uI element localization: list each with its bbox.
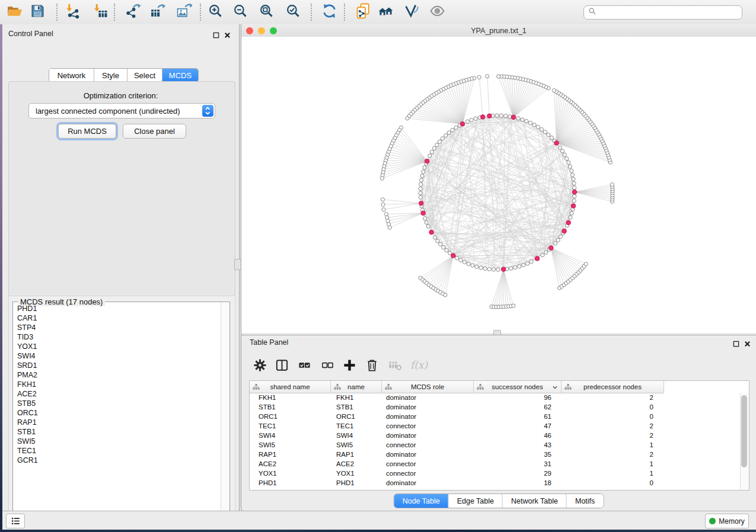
mcds-result-item[interactable]: CAR1: [14, 313, 220, 323]
table-cell[interactable]: 46: [472, 431, 559, 440]
table-cell[interactable]: TEC1: [330, 421, 381, 431]
panel-menu-button[interactable]: [6, 514, 25, 528]
float-table-panel-icon[interactable]: [733, 339, 739, 350]
mcds-result-item[interactable]: STP4: [14, 323, 220, 332]
open-button[interactable]: [4, 2, 25, 22]
run-mcds-button[interactable]: Run MCDS: [58, 124, 116, 139]
table-cell[interactable]: dominator: [381, 450, 472, 459]
memory-button[interactable]: Memory: [705, 514, 749, 528]
zoom-out-button[interactable]: [229, 2, 251, 22]
close-panel-icon[interactable]: [224, 30, 231, 41]
table-cell[interactable]: SWI5: [250, 440, 330, 450]
table-cell[interactable]: SWI4: [250, 431, 330, 440]
table-cell[interactable]: 2: [559, 393, 661, 402]
mcds-result-item[interactable]: TEC1: [14, 446, 220, 456]
table-cell[interactable]: connector: [381, 421, 472, 431]
table-cell[interactable]: connector: [381, 459, 472, 469]
zoom-selected-button[interactable]: [282, 2, 304, 22]
table-cell[interactable]: dominator: [381, 412, 472, 421]
table-cell[interactable]: 1: [559, 459, 661, 469]
table-cell[interactable]: 1: [559, 469, 661, 478]
table-cell[interactable]: STB1: [330, 402, 381, 412]
table-cell[interactable]: connector: [381, 440, 472, 450]
hide-selected-button[interactable]: [401, 2, 422, 22]
table-cell[interactable]: PHD1: [330, 478, 381, 488]
table-cell[interactable]: 0: [559, 412, 661, 421]
table-cell[interactable]: 0: [559, 478, 661, 488]
table-cell[interactable]: FKH1: [330, 393, 381, 402]
table-cell[interactable]: 31: [472, 459, 559, 469]
float-panel-icon[interactable]: [213, 30, 219, 41]
tab-network-table[interactable]: Network Table: [503, 494, 567, 508]
apply-preferred-layout-button[interactable]: [318, 2, 340, 22]
mcds-result-item[interactable]: YOX1: [14, 342, 220, 351]
table-cell[interactable]: ACE2: [330, 459, 381, 469]
zoom-in-button[interactable]: [205, 2, 226, 22]
table-cell[interactable]: 96: [472, 393, 559, 402]
network-graph[interactable]: [241, 37, 756, 333]
export-image-button[interactable]: [173, 2, 194, 22]
table-cell[interactable]: 2: [559, 431, 661, 440]
table-cell[interactable]: 2: [559, 421, 661, 431]
close-panel-button[interactable]: Close panel: [123, 124, 186, 139]
table-cell[interactable]: ORC1: [330, 412, 381, 421]
mcds-result-item[interactable]: STB1: [14, 427, 220, 437]
zoom-fit-button[interactable]: [256, 2, 277, 22]
table-cell[interactable]: 62: [472, 402, 559, 412]
mcds-result-item[interactable]: FKH1: [14, 380, 220, 389]
table-cell[interactable]: 1: [559, 440, 661, 450]
table-cell[interactable]: dominator: [381, 402, 472, 412]
tab-network[interactable]: Network: [49, 69, 94, 82]
table-cell[interactable]: 61: [472, 412, 559, 421]
table-options-button[interactable]: [250, 357, 270, 376]
network-canvas[interactable]: [241, 37, 756, 333]
table-cell[interactable]: connector: [381, 469, 472, 478]
table-cell[interactable]: ACE2: [250, 459, 330, 469]
tab-node-table[interactable]: Node Table: [394, 494, 449, 508]
table-cell[interactable]: 2: [559, 450, 661, 459]
export-table-button[interactable]: [146, 2, 168, 22]
show-all-button[interactable]: [426, 2, 448, 22]
table-cell[interactable]: PHD1: [250, 478, 330, 488]
import-table-button[interactable]: [90, 2, 111, 22]
column-header-MCDS-role[interactable]: MCDS role: [382, 381, 474, 393]
mcds-result-item[interactable]: PMA2: [14, 370, 220, 380]
select-all-button[interactable]: [294, 357, 314, 376]
deselect-all-button[interactable]: [317, 357, 337, 376]
mcds-result-item[interactable]: PHD1: [14, 304, 220, 313]
delete-table-button[interactable]: [385, 357, 405, 376]
table-cell[interactable]: TEC1: [250, 421, 330, 431]
mcds-result-item[interactable]: STB5: [14, 399, 220, 408]
table-cell[interactable]: SWI4: [330, 431, 381, 440]
tab-edge-table[interactable]: Edge Table: [449, 494, 503, 508]
table-cell[interactable]: 29: [472, 469, 559, 478]
tab-style[interactable]: Style: [94, 69, 127, 82]
column-header-shared-name[interactable]: shared name: [250, 381, 331, 393]
import-network-button[interactable]: [62, 2, 83, 22]
table-cell[interactable]: YOX1: [330, 469, 381, 478]
table-cell[interactable]: 0: [559, 402, 661, 412]
table-cell[interactable]: dominator: [381, 478, 472, 488]
table-cell[interactable]: YOX1: [250, 469, 330, 478]
table-cell[interactable]: dominator: [381, 431, 472, 440]
table-cell[interactable]: FKH1: [250, 393, 330, 402]
table-cell[interactable]: ORC1: [250, 412, 330, 421]
search-input[interactable]: [599, 8, 742, 17]
mcds-result-item[interactable]: SWI5: [14, 437, 220, 446]
tab-mcds[interactable]: MCDS: [162, 69, 198, 82]
table-cell[interactable]: 47: [472, 421, 559, 431]
table-cell[interactable]: RAP1: [330, 450, 381, 459]
table-cell[interactable]: 35: [472, 450, 559, 459]
column-header-successor-nodes[interactable]: successor nodes: [474, 381, 562, 393]
column-header-name[interactable]: name: [331, 381, 382, 393]
tab-motifs[interactable]: Motifs: [567, 494, 603, 508]
mcds-result-item[interactable]: SWI4: [14, 351, 220, 361]
table-cell[interactable]: 18: [472, 478, 559, 488]
add-column-button[interactable]: [339, 357, 359, 376]
tab-select[interactable]: Select: [127, 69, 162, 82]
function-builder-button[interactable]: f(x): [409, 357, 429, 376]
table-cell[interactable]: SWI5: [330, 440, 381, 450]
mcds-result-item[interactable]: TID3: [14, 332, 220, 342]
close-table-panel-icon[interactable]: [744, 339, 751, 350]
mcds-result-item[interactable]: GCR1: [14, 456, 220, 465]
